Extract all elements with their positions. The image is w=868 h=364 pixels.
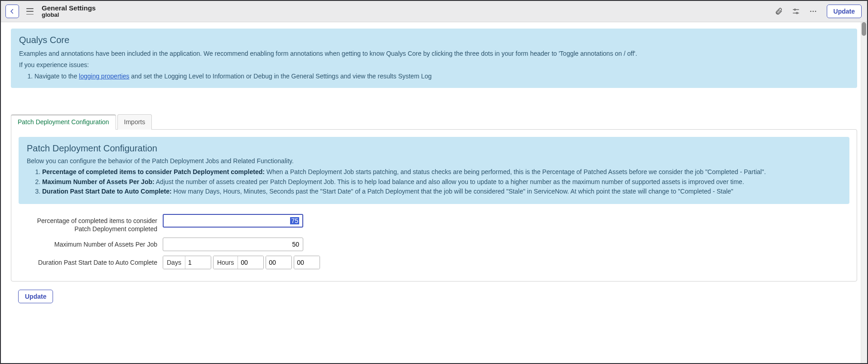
max-assets-input[interactable] [163,238,303,251]
logging-properties-link[interactable]: logging properties [79,73,129,80]
page-title-block: General Settings global [42,4,96,19]
svg-point-6 [815,11,816,12]
page-title: General Settings [42,4,96,12]
duration-seconds-input[interactable] [294,256,320,269]
vertical-scrollbar[interactable] [861,22,867,363]
back-button[interactable] [5,5,19,18]
vertical-scrollbar-thumb[interactable] [862,22,866,36]
duration-hours-input[interactable] [238,256,263,269]
svg-point-4 [810,11,811,12]
settings-sliders-icon[interactable] [790,5,802,18]
tab-info-desc: Below you can configure the behavior of … [27,157,841,165]
tab-content: Patch Deployment Configuration Below you… [11,129,857,281]
duration-hours-label: Hours [213,256,238,269]
percentage-completed-label: Percentage of completed items to conside… [22,214,163,233]
info-panel-steps: Navigate to the logging properties and s… [19,72,849,81]
duration-input-group: Days Hours [163,256,320,269]
percentage-completed-input[interactable]: 75 [163,214,303,228]
menu-icon[interactable] [26,8,34,15]
info-panel-issues: If you experience issues: [19,60,849,70]
info-step-1: Navigate to the logging properties and s… [34,72,849,81]
info-panel-intro: Examples and annotations have been inclu… [19,49,849,58]
tab-info-list: Percentage of completed items to conside… [27,167,841,197]
duration-days-label: Days [163,256,185,269]
form-body: Qualys Core Examples and annotations hav… [1,22,867,363]
tab-info-item-2: Maximum Number of Assets Per Job: Adjust… [42,177,841,187]
svg-point-5 [812,11,814,12]
tab-patch-deployment-configuration[interactable]: Patch Deployment Configuration [11,114,116,130]
tab-bar: Patch Deployment Configuration Imports [11,114,857,130]
tab-info-title: Patch Deployment Configuration [27,143,841,154]
svg-point-3 [796,12,797,14]
duration-minutes-input[interactable] [266,256,291,269]
tabs-container: Patch Deployment Configuration Imports P… [11,114,857,281]
attachment-icon[interactable] [772,5,785,18]
duration-auto-complete-label: Duration Past Start Date to Auto Complet… [22,256,163,267]
svg-point-1 [794,9,795,10]
more-actions-icon[interactable] [807,5,820,18]
duration-days-input[interactable] [185,256,211,269]
max-assets-label: Maximum Number of Assets Per Job [22,238,163,248]
update-button-bottom[interactable]: Update [18,290,53,303]
form-header: General Settings global Update [1,1,867,22]
info-panel-qualys-core: Qualys Core Examples and annotations hav… [11,29,857,88]
tab-info-item-1: Percentage of completed items to conside… [42,167,841,177]
form-fields: Percentage of completed items to conside… [19,214,849,269]
update-button[interactable]: Update [827,5,862,18]
tab-imports[interactable]: Imports [117,114,152,130]
info-panel-title: Qualys Core [19,35,849,45]
page-subtitle: global [42,12,96,19]
info-panel-patch-deployment: Patch Deployment Configuration Below you… [19,137,849,204]
tab-info-item-3: Duration Past Start Date to Auto Complet… [42,187,841,197]
